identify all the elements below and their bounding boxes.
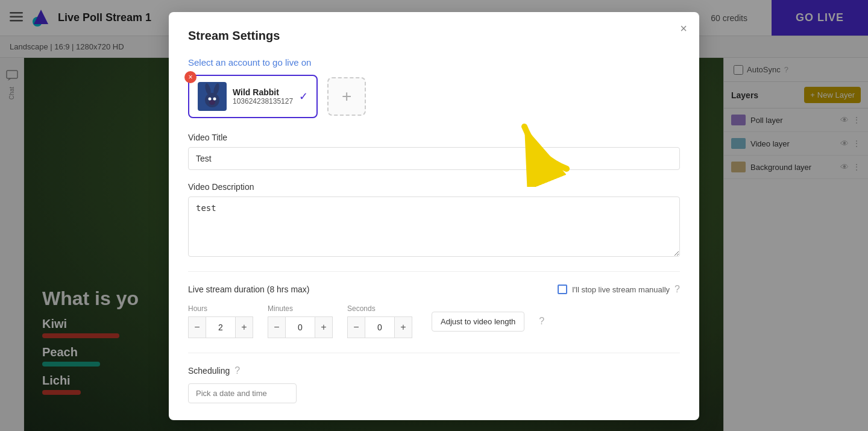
- duration-title: Live stream duration (8 hrs max): [188, 285, 310, 294]
- seconds-group: Seconds − +: [347, 304, 412, 338]
- minutes-control: − +: [268, 316, 333, 338]
- time-inputs: Hours − + Minutes − + Seconds −: [188, 304, 680, 338]
- video-description-group: Video Description test: [188, 182, 680, 259]
- divider-2: [188, 353, 680, 353]
- manual-stop-help-icon[interactable]: ?: [675, 284, 680, 295]
- account-delete-button[interactable]: ×: [184, 71, 197, 83]
- hours-decrement-button[interactable]: −: [188, 316, 206, 338]
- scheduling-input-wrap: [188, 383, 680, 403]
- hours-group: Hours − +: [188, 304, 253, 338]
- adjust-to-video-length-button[interactable]: Adjust to video length: [432, 312, 524, 332]
- minutes-increment-button[interactable]: +: [315, 316, 333, 338]
- minutes-input[interactable]: [286, 316, 315, 338]
- hours-label: Hours: [188, 304, 253, 313]
- video-title-label: Video Title: [188, 133, 680, 142]
- seconds-label: Seconds: [347, 304, 412, 313]
- seconds-increment-button[interactable]: +: [394, 316, 412, 338]
- hours-control: − +: [188, 316, 253, 338]
- manual-stop-row: I'll stop live stream manually ?: [558, 284, 680, 295]
- divider-1: [188, 271, 680, 272]
- stream-settings-modal: Stream Settings × Select an account to g…: [169, 12, 699, 420]
- hours-increment-button[interactable]: +: [235, 316, 253, 338]
- modal-close-button[interactable]: ×: [680, 22, 687, 36]
- seconds-decrement-button[interactable]: −: [347, 316, 365, 338]
- duration-row: Live stream duration (8 hrs max) I'll st…: [188, 284, 680, 295]
- hours-input[interactable]: [206, 316, 235, 338]
- rabbit-avatar-icon: [200, 83, 224, 110]
- modal-title: Stream Settings: [188, 29, 680, 43]
- minutes-label: Minutes: [268, 304, 333, 313]
- svg-point-12: [209, 100, 215, 105]
- account-avatar: [198, 82, 227, 111]
- account-check-icon: ✓: [299, 90, 308, 103]
- video-title-group: Video Title: [188, 133, 680, 170]
- modal-overlay: Stream Settings × Select an account to g…: [0, 0, 868, 431]
- account-section-label: Select an account to go live on: [188, 57, 680, 68]
- video-title-input[interactable]: [188, 147, 680, 170]
- svg-point-10: [209, 98, 212, 101]
- account-info: Wild Rabbit 103624238135127: [233, 87, 293, 105]
- scheduling-help-icon[interactable]: ?: [234, 365, 240, 376]
- seconds-control: − +: [347, 316, 412, 338]
- seconds-input[interactable]: [365, 316, 394, 338]
- select-account-suffix: to go live on: [262, 57, 311, 68]
- scheduling-title: Scheduling: [188, 366, 230, 376]
- account-id: 103624238135127: [233, 97, 293, 105]
- accounts-row: × Wild Rabbit 103624238135127: [188, 75, 680, 118]
- account-card-wild-rabbit[interactable]: × Wild Rabbit 103624238135127: [188, 75, 318, 118]
- video-description-label: Video Description: [188, 182, 680, 192]
- scheduling-date-input[interactable]: [188, 383, 297, 403]
- minutes-group: Minutes − +: [268, 304, 333, 338]
- account-name: Wild Rabbit: [233, 87, 293, 97]
- add-account-button[interactable]: +: [327, 77, 366, 116]
- video-description-input[interactable]: test: [188, 197, 680, 257]
- select-account-link[interactable]: account: [228, 57, 260, 68]
- manual-stop-checkbox[interactable]: [558, 285, 567, 294]
- svg-point-11: [213, 98, 216, 101]
- scheduling-row: Scheduling ?: [188, 365, 680, 376]
- manual-stop-label: I'll stop live stream manually: [572, 285, 670, 294]
- select-account-prefix: Select an: [188, 57, 226, 68]
- duration-help-icon[interactable]: ?: [539, 316, 544, 327]
- minutes-decrement-button[interactable]: −: [268, 316, 286, 338]
